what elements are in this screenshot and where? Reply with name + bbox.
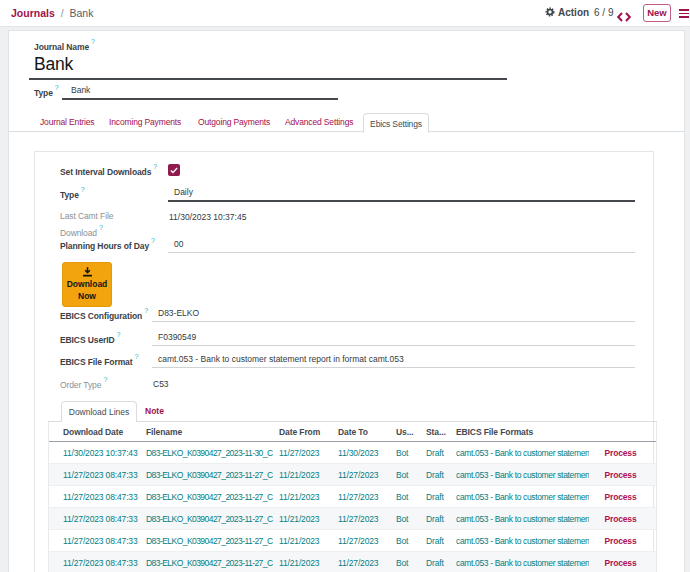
cell-user[interactable]: Bot	[392, 514, 421, 524]
journal-name-field[interactable]: Bank	[29, 53, 507, 80]
cell-state[interactable]: Draft	[421, 492, 452, 502]
cell-filename[interactable]: D83-ELKO_K0390427_2023-11-27_C	[143, 558, 276, 568]
process-button[interactable]: Process	[589, 448, 652, 458]
pager	[616, 8, 632, 26]
tab-ebics-settings[interactable]: Ebics Settings	[363, 113, 429, 133]
cell-date-from[interactable]: 11/21/2023	[276, 492, 334, 502]
journal-type-label: Type?	[34, 86, 59, 98]
cell-filename[interactable]: D83-ELKO_K0390427_2023-11-27_C	[143, 536, 276, 546]
table-row[interactable]: 11/27/2023 08:47:33D83-ELKO_K0390427_202…	[49, 508, 656, 530]
table-row[interactable]: 11/27/2023 08:47:33D83-ELKO_K0390427_202…	[49, 464, 656, 486]
cell-format[interactable]: camt.053 - Bank to customer statement re…	[452, 558, 589, 568]
cell-user[interactable]: Bot	[392, 492, 421, 502]
help-icon: ?	[99, 224, 103, 231]
cell-state[interactable]: Draft	[421, 514, 452, 524]
cell-date-from[interactable]: 11/21/2023	[276, 558, 334, 568]
cell-date-to[interactable]: 11/27/2023	[334, 536, 392, 546]
journal-type-field[interactable]: Bank	[62, 83, 338, 100]
process-button[interactable]: Process	[589, 492, 652, 502]
cell-date-to[interactable]: 11/27/2023	[334, 514, 392, 524]
help-icon: ?	[81, 186, 85, 193]
process-button[interactable]: Process	[589, 514, 652, 524]
menu-icon[interactable]	[679, 9, 689, 18]
breadcrumb: Journals / Bank	[11, 7, 93, 19]
cell-state[interactable]: Draft	[421, 448, 452, 458]
interval-type-field[interactable]: Daily	[168, 185, 635, 202]
cell-download-date[interactable]: 11/30/2023 10:37:43	[49, 448, 143, 458]
cell-date-to[interactable]: 11/27/2023	[334, 558, 392, 568]
cell-date-from[interactable]: 11/21/2023	[276, 536, 334, 546]
last-camt-file-download-value: 11/30/2023 10:37:45	[169, 212, 246, 222]
set-interval-checkbox[interactable]	[168, 164, 180, 176]
cell-download-date[interactable]: 11/27/2023 08:47:33	[49, 536, 143, 546]
tab-incoming-payments[interactable]: Incoming Payments	[109, 112, 181, 132]
cell-download-date[interactable]: 11/27/2023 08:47:33	[49, 492, 143, 502]
tab-download-lines[interactable]: Download Lines	[61, 401, 137, 422]
cell-user[interactable]: Bot	[392, 448, 421, 458]
cell-user[interactable]: Bot	[392, 470, 421, 480]
help-icon: ?	[153, 163, 157, 170]
cell-date-to[interactable]: 11/27/2023	[334, 492, 392, 502]
ebics-userid-label: EBICS UserID?	[60, 333, 120, 345]
cell-state[interactable]: Draft	[421, 470, 452, 480]
cell-filename[interactable]: D83-ELKO_K0390427_2023-11-30_C	[143, 448, 276, 458]
col-filename[interactable]: Filename	[143, 427, 276, 437]
cell-filename[interactable]: D83-ELKO_K0390427_2023-11-27_C	[143, 514, 276, 524]
help-icon: ?	[117, 331, 121, 338]
ebics-userid-field[interactable]: F0390549	[152, 330, 635, 346]
cell-download-date[interactable]: 11/27/2023 08:47:33	[49, 514, 143, 524]
tab-outgoing-payments[interactable]: Outgoing Payments	[198, 112, 270, 132]
cell-date-from[interactable]: 11/21/2023	[276, 470, 334, 480]
ebics-configuration-field[interactable]: D83-ELKO	[152, 306, 635, 322]
planning-hours-field[interactable]: 00	[168, 237, 635, 253]
col-date-from[interactable]: Date From	[276, 427, 334, 437]
table-row[interactable]: 11/27/2023 08:47:33D83-ELKO_K0390427_202…	[49, 552, 656, 572]
col-download-date[interactable]: Download Date	[49, 427, 143, 437]
pager-next-icon[interactable]	[626, 13, 630, 21]
download-now-button[interactable]: DownloadNow	[62, 262, 112, 307]
inner-notebook-tabs: Download Lines Note	[48, 401, 657, 422]
table-row[interactable]: 11/27/2023 08:47:33D83-ELKO_K0390427_202…	[49, 530, 656, 552]
cell-format[interactable]: camt.053 - Bank to customer statement re…	[452, 448, 589, 458]
cell-state[interactable]: Draft	[421, 558, 452, 568]
tab-advanced-settings[interactable]: Advanced Settings	[285, 112, 353, 132]
download-icon	[82, 267, 93, 277]
table-row[interactable]: 11/27/2023 08:47:33D83-ELKO_K0390427_202…	[49, 486, 656, 508]
ebics-file-format-field[interactable]: camt.053 - Bank to customer statement re…	[152, 352, 635, 368]
pager-count: 6 / 9	[594, 7, 613, 18]
cell-filename[interactable]: D83-ELKO_K0390427_2023-11-27_C	[143, 492, 276, 502]
breadcrumb-journals[interactable]: Journals	[11, 7, 55, 19]
tab-journal-entries[interactable]: Journal Entries	[40, 112, 94, 132]
col-state[interactable]: Sta...	[421, 427, 452, 437]
cell-date-from[interactable]: 11/21/2023	[276, 514, 334, 524]
cell-date-from[interactable]: 11/27/2023	[276, 448, 334, 458]
cell-format[interactable]: camt.053 - Bank to customer statement re…	[452, 492, 589, 502]
cell-download-date[interactable]: 11/27/2023 08:47:33	[49, 558, 143, 568]
table-row[interactable]: 11/30/2023 10:37:43D83-ELKO_K0390427_202…	[49, 442, 656, 464]
cell-format[interactable]: camt.053 - Bank to customer statement re…	[452, 536, 589, 546]
cell-date-to[interactable]: 11/27/2023	[334, 470, 392, 480]
cell-date-to[interactable]: 11/30/2023	[334, 448, 392, 458]
cell-state[interactable]: Draft	[421, 536, 452, 546]
cell-user[interactable]: Bot	[392, 558, 421, 568]
breadcrumb-current: Bank	[70, 7, 94, 19]
cell-download-date[interactable]: 11/27/2023 08:47:33	[49, 470, 143, 480]
cell-user[interactable]: Bot	[392, 536, 421, 546]
pager-previous-icon[interactable]	[618, 13, 622, 21]
col-date-to[interactable]: Date To	[334, 427, 392, 437]
col-user[interactable]: Us...	[392, 427, 421, 437]
col-ebics-file-formats[interactable]: EBICS File Formats	[452, 427, 589, 437]
process-button[interactable]: Process	[589, 536, 652, 546]
help-icon: ?	[134, 353, 138, 360]
ebics-configuration-label: EBICS Configuration?	[60, 309, 148, 321]
process-button[interactable]: Process	[589, 470, 652, 480]
cell-format[interactable]: camt.053 - Bank to customer statement re…	[452, 470, 589, 480]
new-button[interactable]: New	[643, 4, 671, 22]
action-menu[interactable]: Action	[545, 7, 589, 18]
tab-note[interactable]: Note	[145, 401, 164, 422]
form-sheet: Journal Name? Bank Type? Bank Journal En…	[8, 30, 685, 572]
cell-filename[interactable]: D83-ELKO_K0390427_2023-11-27_C	[143, 470, 276, 480]
ebics-file-format-label: EBICS File Format?	[60, 355, 138, 367]
process-button[interactable]: Process	[589, 558, 652, 568]
cell-format[interactable]: camt.053 - Bank to customer statement re…	[452, 514, 589, 524]
